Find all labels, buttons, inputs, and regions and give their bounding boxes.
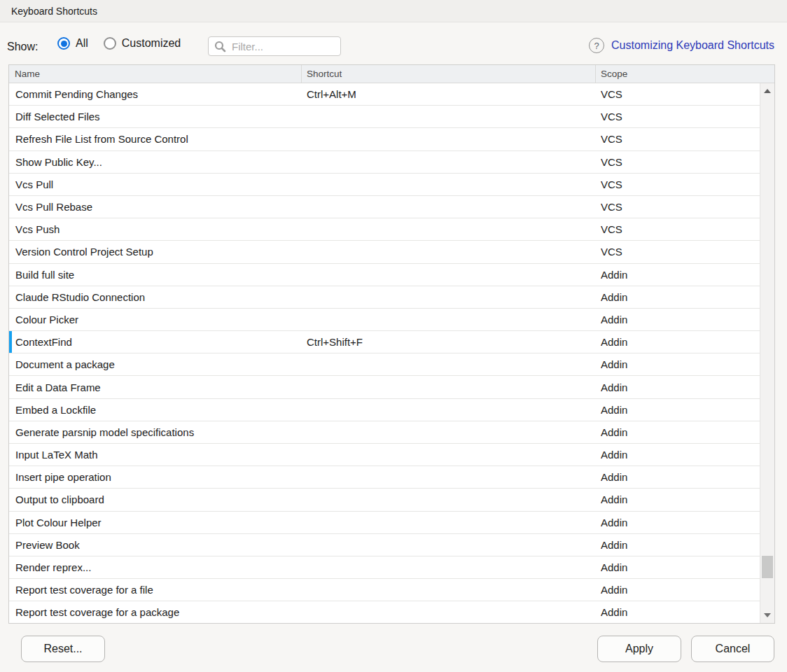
table-row[interactable]: Report test coverage for a package Addin [9,601,760,623]
row-scope[interactable]: VCS [596,201,760,213]
table-row[interactable]: Vcs Push VCS [9,218,760,241]
column-header-scope[interactable]: Scope [596,65,774,83]
row-scope[interactable]: Addin [596,561,760,573]
table-row[interactable]: Show Public Key... VCS [9,151,760,174]
row-scope[interactable]: VCS [596,88,760,100]
table-row[interactable]: Vcs Pull VCS [9,174,760,196]
filter-box[interactable] [208,36,341,56]
table-row[interactable]: Refresh File List from Source Control VC… [9,128,760,150]
row-name[interactable]: Version Control Project Setup [9,246,302,258]
table-row[interactable]: Edit a Data Frame Addin [9,376,760,398]
table-row[interactable]: Claude RStudio Connection Addin [9,286,760,309]
row-name[interactable]: Insert pipe operation [9,471,302,483]
row-scope[interactable]: Addin [596,606,760,618]
table-row[interactable]: Generate parsnip model specifications Ad… [9,421,760,444]
table-row[interactable]: Report test coverage for a file Addin [9,579,760,601]
table-row[interactable]: Plot Colour Helper Addin [9,512,760,534]
show-radio-group: All Customized [57,37,181,50]
row-shortcut[interactable]: Ctrl+Alt+M [302,88,596,100]
search-icon [214,41,226,52]
row-scope[interactable]: Addin [596,517,760,528]
row-scope[interactable]: Addin [596,269,760,281]
row-name[interactable]: Diff Selected Files [9,111,302,122]
shortcuts-table: Name Shortcut Scope Commit Pending Chang… [8,64,775,624]
column-header-shortcut[interactable]: Shortcut [302,65,596,83]
table-row[interactable]: ContextFind Ctrl+Shift+F Addin [9,331,760,354]
show-label: Show: [7,41,38,53]
row-name[interactable]: Claude RStudio Connection [9,291,302,303]
cancel-button[interactable]: Cancel [691,636,774,662]
row-name[interactable]: Commit Pending Changes [9,88,302,100]
dialog-title: Keyboard Shortcuts [11,6,97,17]
row-name[interactable]: Vcs Pull [9,178,302,190]
table-row[interactable]: Build full site Addin [9,264,760,286]
row-name[interactable]: Refresh File List from Source Control [9,133,302,145]
table-row[interactable]: Render reprex... Addin [9,556,760,579]
row-scope[interactable]: Addin [596,291,760,303]
vertical-scrollbar[interactable] [760,83,774,623]
scrollbar-up-arrow-icon[interactable] [764,89,771,93]
row-name[interactable]: Output to clipboard [9,493,302,505]
row-name[interactable]: Plot Colour Helper [9,517,302,528]
row-scope[interactable]: Addin [596,314,760,326]
row-name[interactable]: Embed a Lockfile [9,404,302,416]
row-name[interactable]: Preview Book [9,539,302,551]
row-scope[interactable]: Addin [596,471,760,483]
row-scope[interactable]: Addin [596,382,760,393]
row-name[interactable]: Show Public Key... [9,156,302,168]
table-row[interactable]: Version Control Project Setup VCS [9,241,760,263]
row-scope[interactable]: Addin [596,336,760,348]
row-name[interactable]: Edit a Data Frame [9,382,302,393]
row-scope[interactable]: VCS [596,133,760,145]
table-row[interactable]: Preview Book Addin [9,534,760,556]
table-row[interactable]: Embed a Lockfile Addin [9,399,760,421]
table-row[interactable]: Insert pipe operation Addin [9,466,760,489]
row-name[interactable]: Vcs Pull Rebase [9,201,302,213]
controls-bar: Show: All Customized ? Customizing Keybo… [0,23,787,59]
filter-input[interactable] [232,41,335,52]
radio-all-label[interactable]: All [76,37,88,50]
row-name[interactable]: Vcs Push [9,223,302,235]
radio-all[interactable]: All [57,37,88,50]
table-row[interactable]: Input LaTeX Math Addin [9,444,760,466]
row-scope[interactable]: VCS [596,111,760,122]
row-scope[interactable]: Addin [596,449,760,461]
apply-button[interactable]: Apply [597,636,681,662]
table-row[interactable]: Commit Pending Changes Ctrl+Alt+M VCS [9,83,760,106]
row-scope[interactable]: Addin [596,584,760,596]
table-row[interactable]: Output to clipboard Addin [9,489,760,511]
row-scope[interactable]: VCS [596,156,760,168]
help-link[interactable]: Customizing Keyboard Shortcuts [611,39,774,52]
row-scope[interactable]: Addin [596,426,760,438]
row-scope[interactable]: VCS [596,178,760,190]
row-scope[interactable]: Addin [596,493,760,505]
row-scope[interactable]: Addin [596,404,760,416]
row-name[interactable]: Document a package [9,358,302,370]
row-name[interactable]: Report test coverage for a file [9,584,302,596]
row-name[interactable]: Render reprex... [9,561,302,573]
scrollbar-thumb[interactable] [762,556,773,578]
table-row[interactable]: Vcs Pull Rebase VCS [9,196,760,218]
column-header-name[interactable]: Name [9,65,302,83]
row-scope[interactable]: VCS [596,246,760,258]
row-shortcut[interactable]: Ctrl+Shift+F [302,336,596,348]
radio-customized-label[interactable]: Customized [122,37,181,50]
reset-button[interactable]: Reset... [21,636,105,662]
help-icon[interactable]: ? [589,38,604,53]
row-scope[interactable]: VCS [596,223,760,235]
row-name[interactable]: Colour Picker [9,314,302,326]
scrollbar-down-arrow-icon[interactable] [764,613,771,617]
row-name[interactable]: Build full site [9,269,302,281]
row-name[interactable]: Generate parsnip model specifications [9,426,302,438]
radio-customized-control[interactable] [104,37,116,50]
table-row[interactable]: Diff Selected Files VCS [9,106,760,128]
row-name[interactable]: Input LaTeX Math [9,449,302,461]
row-scope[interactable]: Addin [596,539,760,551]
row-name[interactable]: Report test coverage for a package [9,606,302,618]
table-row[interactable]: Document a package Addin [9,354,760,376]
table-row[interactable]: Colour Picker Addin [9,309,760,331]
radio-customized[interactable]: Customized [104,37,181,50]
radio-all-control[interactable] [57,37,70,50]
row-name[interactable]: ContextFind [9,336,302,348]
row-scope[interactable]: Addin [596,358,760,370]
